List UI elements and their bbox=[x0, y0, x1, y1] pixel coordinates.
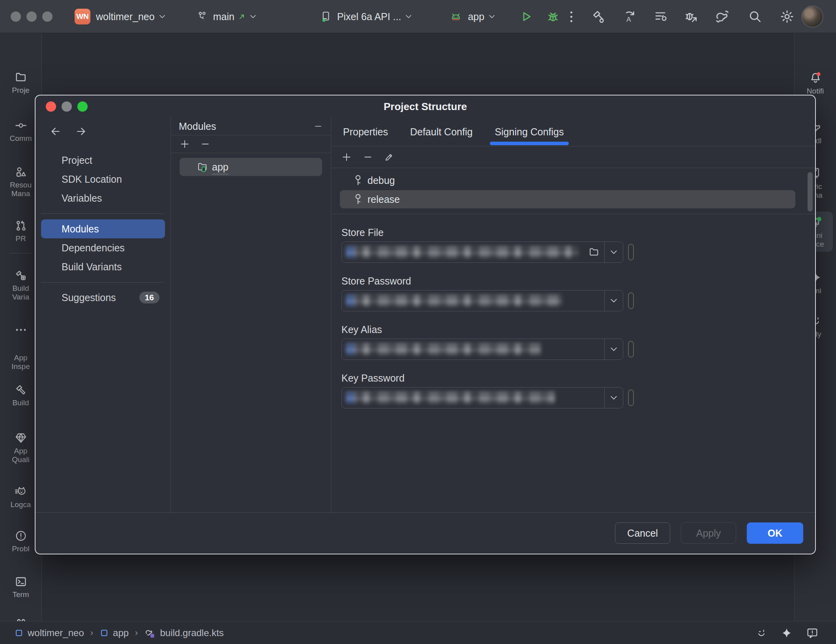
add-config-button[interactable] bbox=[341, 152, 352, 162]
sidebar-item-project[interactable]: Proje bbox=[0, 71, 41, 95]
device-name: Pixel 6a API ... bbox=[337, 11, 401, 22]
store-file-dropdown-button[interactable] bbox=[605, 242, 623, 262]
sidebar-item-terminal[interactable]: Term bbox=[0, 575, 41, 599]
modified-indicator bbox=[628, 244, 634, 260]
nav-item-modules[interactable]: Modules bbox=[41, 219, 165, 238]
breadcrumb-file[interactable]: build.gradle.kts bbox=[160, 627, 223, 638]
gradle-sync-elephant-icon[interactable] bbox=[714, 9, 730, 24]
tab-default-config[interactable]: Default Config bbox=[410, 118, 472, 146]
remove-module-button[interactable] bbox=[200, 139, 210, 149]
browse-folder-icon[interactable] bbox=[589, 247, 600, 258]
chevron-down-icon bbox=[610, 346, 618, 352]
nav-item-variables[interactable]: Variables bbox=[36, 189, 171, 208]
chevron-down-icon bbox=[249, 14, 257, 19]
cody-icon[interactable] bbox=[755, 627, 767, 639]
nav-item-project[interactable]: Project bbox=[36, 151, 171, 170]
build-hammer-icon[interactable] bbox=[591, 9, 606, 24]
nav-item-sdk-location[interactable]: SDK Location bbox=[36, 170, 171, 189]
ok-button[interactable]: OK bbox=[747, 522, 803, 544]
stripe-divider bbox=[9, 253, 32, 253]
signing-configs-toolbar bbox=[331, 146, 815, 168]
settings-gear-icon[interactable] bbox=[779, 9, 795, 24]
config-row-release[interactable]: release bbox=[340, 190, 795, 208]
build-analyzer-list-icon[interactable] bbox=[653, 9, 668, 24]
apply-button[interactable]: Apply bbox=[681, 522, 736, 544]
incoming-commits-arrow-icon bbox=[238, 13, 246, 20]
project-structure-dialog: Project Structure Project SDK Location V… bbox=[35, 95, 816, 554]
suggestions-count-badge: 16 bbox=[139, 292, 159, 303]
more-actions-button[interactable] bbox=[570, 11, 572, 22]
profiler-bug-arrow-icon[interactable] bbox=[684, 9, 699, 24]
tab-signing-configs[interactable]: Signing Configs bbox=[495, 118, 564, 146]
more-dots-icon bbox=[14, 326, 28, 334]
gradle-kts-file-icon bbox=[144, 627, 156, 638]
run-config-name: app bbox=[468, 11, 484, 22]
store-password-field[interactable] bbox=[341, 290, 623, 311]
module-item-app[interactable]: app bbox=[180, 158, 322, 176]
tab-properties[interactable]: Properties bbox=[343, 118, 388, 146]
signing-configs-list: debug release bbox=[331, 168, 815, 214]
git-branch-icon bbox=[197, 11, 208, 22]
svg-text:A: A bbox=[626, 15, 631, 23]
add-module-button[interactable] bbox=[180, 139, 190, 149]
nav-item-build-variants[interactable]: Build Variants bbox=[36, 257, 171, 276]
run-button[interactable] bbox=[519, 9, 533, 24]
breadcrumb-module[interactable]: app bbox=[113, 627, 129, 638]
main-toolbar: WN woltimer_neo main Pixel 6a API ... bbox=[0, 0, 836, 33]
search-icon[interactable] bbox=[748, 9, 763, 24]
device-selector[interactable]: Pixel 6a API ... bbox=[320, 11, 412, 22]
back-arrow-icon[interactable] bbox=[50, 125, 62, 137]
nav-item-suggestions[interactable]: Suggestions 16 bbox=[36, 288, 171, 307]
store-file-field[interactable] bbox=[341, 242, 623, 263]
feedback-bubble-icon[interactable] bbox=[806, 627, 819, 639]
user-avatar[interactable] bbox=[801, 6, 823, 28]
config-row-debug[interactable]: debug bbox=[340, 171, 795, 189]
run-configuration-selector[interactable]: app bbox=[450, 10, 495, 23]
chevron-down-icon bbox=[488, 14, 495, 19]
store-password-redacted-value bbox=[346, 295, 562, 307]
forward-arrow-icon[interactable] bbox=[75, 125, 87, 137]
modified-indicator bbox=[628, 341, 634, 358]
dialog-footer: Cancel Apply OK bbox=[36, 512, 815, 554]
module-name: app bbox=[212, 161, 229, 173]
pull-request-icon bbox=[15, 219, 27, 232]
zoom-window-button[interactable] bbox=[42, 11, 52, 22]
project-switcher[interactable]: woltimer_neo bbox=[90, 11, 166, 22]
edit-pencil-icon[interactable] bbox=[384, 152, 394, 162]
cancel-button[interactable]: Cancel bbox=[615, 522, 670, 544]
sync-refresh-icon[interactable]: A bbox=[622, 9, 637, 24]
project-folder-icon bbox=[15, 71, 27, 84]
key-password-redacted-value bbox=[346, 392, 555, 404]
store-password-dropdown-button[interactable] bbox=[605, 290, 623, 311]
key-alias-field[interactable] bbox=[341, 339, 623, 360]
modules-panel: Modules app bbox=[171, 118, 331, 512]
remove-config-button[interactable] bbox=[363, 152, 373, 162]
build-variants-icon bbox=[15, 269, 27, 282]
nav-item-dependencies[interactable]: Dependencies bbox=[36, 238, 171, 257]
list-scrollbar-thumb[interactable] bbox=[808, 172, 813, 212]
key-password-field[interactable] bbox=[341, 387, 623, 408]
modules-panel-title: Modules bbox=[179, 121, 216, 132]
store-file-label: Store File bbox=[341, 227, 815, 238]
android-studio-window: WN woltimer_neo main Pixel 6a API ... bbox=[0, 0, 836, 644]
key-alias-dropdown-button[interactable] bbox=[605, 339, 623, 359]
dialog-title: Project Structure bbox=[36, 101, 815, 113]
close-window-button[interactable] bbox=[11, 11, 21, 22]
module-folder-icon bbox=[14, 628, 24, 638]
modified-indicator bbox=[628, 389, 634, 406]
sidebar-item-notifications[interactable]: Notifi bbox=[795, 71, 836, 95]
module-folder-icon bbox=[99, 628, 109, 638]
store-password-label: Store Password bbox=[341, 275, 815, 287]
project-name: woltimer_neo bbox=[96, 11, 155, 22]
gemini-sparkle-icon[interactable] bbox=[781, 627, 793, 639]
hide-panel-minus-icon[interactable] bbox=[313, 122, 323, 131]
debug-button[interactable] bbox=[546, 9, 560, 24]
chevron-down-icon bbox=[405, 14, 412, 19]
problems-icon bbox=[15, 530, 27, 542]
key-password-dropdown-button[interactable] bbox=[605, 388, 623, 408]
nav-divider bbox=[36, 208, 171, 219]
notifications-bell-icon bbox=[809, 71, 822, 84]
vcs-branch-widget[interactable]: main bbox=[197, 11, 257, 22]
breadcrumb-project[interactable]: woltimer_neo bbox=[28, 627, 84, 638]
minimize-window-button[interactable] bbox=[26, 11, 37, 22]
